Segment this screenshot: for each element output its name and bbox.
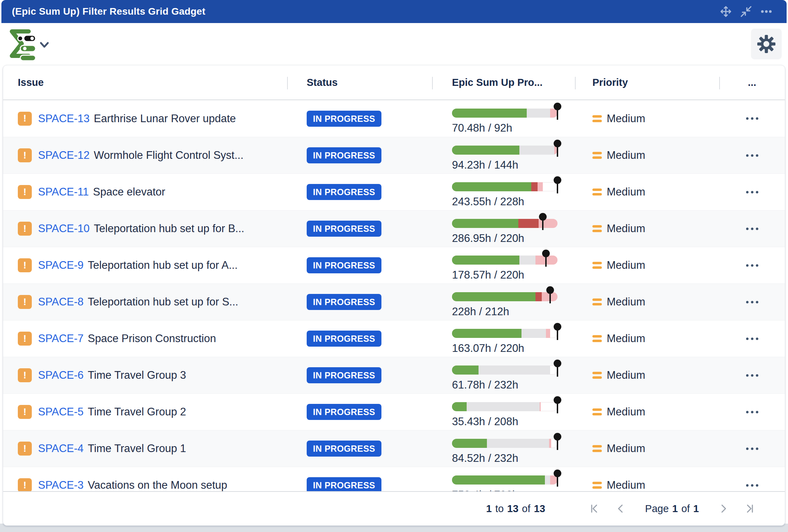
actions-cell (719, 137, 785, 173)
issue-key-link[interactable]: SPACE-13 (38, 112, 90, 125)
progress-bar-segments (452, 475, 557, 485)
dot (756, 301, 758, 303)
row-actions-button[interactable] (743, 369, 761, 382)
status-badge[interactable]: IN PROGRESS (307, 147, 381, 163)
status-badge[interactable]: IN PROGRESS (307, 441, 381, 457)
priority-medium-icon (592, 115, 602, 122)
actions-cell (719, 357, 785, 393)
column-header-actions[interactable]: ... (719, 65, 785, 99)
priority-medium-icon (592, 482, 602, 489)
last-page-icon[interactable] (743, 502, 757, 516)
row-actions-button[interactable] (743, 479, 761, 492)
epic-sum-up-logo (6, 28, 41, 61)
priority-cell: Medium (575, 210, 719, 247)
progress-bar (452, 402, 557, 411)
dot (751, 191, 753, 193)
status-badge[interactable]: IN PROGRESS (307, 184, 381, 200)
progress-segment-green (452, 402, 467, 411)
progress-bar (452, 256, 557, 265)
issue-summary: Time Travel Group 2 (88, 406, 186, 418)
progress-segment-green (452, 475, 545, 485)
priority-bar (592, 152, 602, 154)
column-header-priority[interactable]: Priority (575, 65, 719, 99)
first-page-icon[interactable] (587, 502, 601, 516)
gadget-title-bar-icons (720, 5, 787, 18)
issue-row: !SPACE-3Vacations on the Moon setupIN PR… (3, 467, 785, 492)
priority-cell: Medium (575, 430, 719, 467)
row-actions-button[interactable] (743, 406, 761, 418)
priority-cell: Medium (575, 100, 719, 137)
issue-key-link[interactable]: SPACE-12 (38, 149, 90, 162)
chevron-down-icon[interactable] (39, 41, 50, 50)
row-actions-button[interactable] (743, 259, 761, 272)
status-badge[interactable]: IN PROGRESS (307, 257, 381, 273)
footer-text-part: to (495, 503, 504, 515)
move-icon[interactable] (720, 5, 732, 18)
row-actions-button[interactable] (743, 112, 761, 125)
issue-key-link[interactable]: SPACE-6 (38, 369, 83, 382)
issue-key-link[interactable]: SPACE-8 (38, 296, 83, 308)
dot (756, 228, 758, 230)
status-badge[interactable]: IN PROGRESS (307, 111, 381, 127)
issue-type-icon: ! (18, 185, 32, 199)
prev-page-icon[interactable] (614, 502, 628, 516)
status-badge[interactable]: IN PROGRESS (307, 331, 381, 347)
collapse-icon[interactable] (740, 5, 752, 18)
column-header-epic-sum-up-progress[interactable]: Epic Sum Up Pro... (432, 65, 575, 99)
ellipsis-icon[interactable] (760, 5, 773, 18)
row-actions-button[interactable] (743, 149, 761, 162)
row-actions-button[interactable] (743, 443, 761, 455)
estimate-pin-stem (557, 366, 558, 377)
progress-cell: 35.43h / 208h (432, 394, 575, 430)
issue-summary: Wormhole Flight Control Syst... (94, 149, 243, 162)
progress-bar-segments (452, 439, 557, 448)
progress-segment-gray (519, 146, 554, 155)
progress-segment-red (531, 182, 538, 191)
issue-key-link[interactable]: SPACE-11 (38, 186, 89, 198)
status-badge[interactable]: IN PROGRESS (307, 367, 381, 383)
progress-bar-segments (452, 365, 557, 375)
estimate-pin-stem (545, 256, 547, 267)
row-actions-button[interactable] (743, 296, 761, 308)
priority-bar (592, 266, 602, 269)
progress-segment-gray (521, 329, 546, 338)
status-badge[interactable]: IN PROGRESS (307, 294, 381, 310)
column-header-issue[interactable]: Issue (3, 65, 287, 99)
progress-bar (452, 219, 557, 228)
column-header-priority-label: Priority (592, 77, 628, 88)
actions-cell (719, 394, 785, 430)
column-header-status[interactable]: Status (287, 65, 432, 99)
issue-key-link[interactable]: SPACE-7 (38, 332, 83, 345)
priority-cell: Medium (575, 357, 719, 393)
estimate-pin-stem (557, 183, 558, 193)
status-badge[interactable]: IN PROGRESS (307, 221, 381, 237)
gear-icon[interactable] (751, 29, 782, 59)
row-actions-button[interactable] (743, 223, 761, 235)
issue-key-link[interactable]: SPACE-5 (38, 406, 83, 418)
dot (751, 154, 753, 157)
status-badge[interactable]: IN PROGRESS (307, 477, 381, 492)
progress-hours-text: 70.48h / 92h (452, 122, 557, 134)
priority-label: Medium (607, 259, 645, 272)
issue-key-link[interactable]: SPACE-3 (38, 479, 83, 492)
issue-type-icon: ! (18, 442, 32, 456)
status-cell: IN PROGRESS (287, 137, 432, 173)
progress-block: 84.52h / 232h (452, 439, 557, 465)
next-page-icon[interactable] (716, 502, 730, 516)
row-actions-button[interactable] (743, 186, 761, 198)
issue-key-link[interactable]: SPACE-9 (38, 259, 83, 272)
row-actions-button[interactable] (743, 333, 761, 345)
issue-cell: !SPACE-7Space Prison Construction (3, 320, 287, 357)
progress-block: 163.07h / 220h (452, 329, 557, 355)
progress-segment-green (452, 329, 521, 338)
progress-cell: 228h / 212h (432, 284, 575, 320)
estimate-pin-stem (549, 293, 551, 303)
issue-key-link[interactable]: SPACE-10 (38, 222, 90, 235)
status-badge[interactable]: IN PROGRESS (307, 404, 381, 420)
dot (756, 484, 758, 487)
progress-segment-green (452, 109, 527, 118)
status-cell: IN PROGRESS (287, 284, 432, 320)
issue-key-link[interactable]: SPACE-4 (38, 442, 83, 455)
actions-cell (719, 320, 785, 357)
priority-bar (592, 298, 602, 301)
